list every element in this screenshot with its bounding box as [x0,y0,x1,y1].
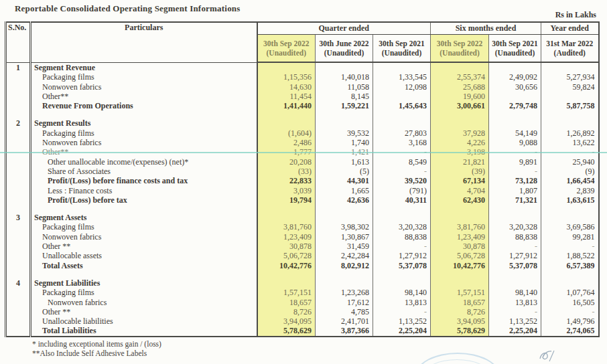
cell-value: 1,57,151 [257,288,316,297]
cell-value [431,118,489,128]
cell-value: 13,813 [373,298,431,307]
cell-value: 5,06,728 [257,251,316,260]
cell-value: 2,25,204 [489,326,541,336]
cell-particulars: Packaging films [31,288,257,297]
company-stamp-inner-ring [423,359,490,364]
cell-value: 21,821 [431,157,489,167]
cell-value: 1,27,912 [373,251,431,260]
cell-value: 2,49,092 [489,72,541,82]
cell-particulars: Revenue From Operations [31,101,257,110]
cell-value: 1,88,522 [541,251,599,260]
cell-value [373,118,431,128]
cell-sno [6,232,31,242]
cell-value: 1,23,268 [316,288,373,297]
cell-value: 1,57,151 [431,288,489,297]
cell-value [316,62,373,72]
cell-particulars: Nonwoven fabrics [31,138,257,147]
cell-value: 3,94,095 [257,316,316,326]
cell-value: 11,058 [316,82,373,92]
cell-value: 37,928 [431,128,489,138]
cell-value [431,270,489,278]
cell-value: 3,039 [257,186,316,195]
cell-value: 40,311 [373,195,431,205]
cell-sno [6,205,31,213]
cell-value: 1,59,221 [316,101,373,110]
cell-value [257,62,316,72]
cell-sno: 3 [6,213,31,222]
table-row: Unallocable liabilities3,94,0952,41,7011… [6,316,599,326]
cell-sno [6,261,31,270]
cell-value: 3,81,760 [257,222,316,232]
cell-value: 1,45,643 [373,101,431,110]
cell-value: 30,878 [257,242,316,251]
group-header-1: Six months ended [431,22,541,35]
cell-particulars: Packaging films [31,128,257,138]
cell-value: - [489,242,541,251]
cell-value: 3,81,760 [431,222,489,232]
cell-value: 6,57,389 [541,261,599,270]
table-row: Revenue From Operations1,41,4401,59,2211… [6,101,599,110]
cell-value: 20,208 [257,157,316,167]
table-row: 1Segment Revenue [6,62,599,72]
cell-value: 18,657 [257,298,316,307]
cell-value: 14,630 [257,82,316,92]
cell-value: 1,23,409 [257,232,316,242]
cell-value: 8,02,912 [316,261,373,270]
cell-sno [6,270,31,278]
cell-value: 13,622 [541,138,599,147]
cell-value: 39,520 [373,176,431,185]
period-header-4: 30th Sep 2021(Unaudited) [489,35,541,63]
cell-value [489,92,541,101]
cell-value: 5,78,629 [257,326,316,336]
period-header-1: 30th June 2022(Unaudited) [316,35,373,63]
cell-value: 4,226 [431,138,489,147]
cell-value: 67,134 [431,176,489,185]
cell-sno [6,157,31,167]
page-title: Reportable Consolidated Operating Segmen… [15,3,241,14]
cell-value [431,213,489,222]
cell-value [541,270,599,278]
cell-value: 17,612 [316,298,373,307]
cell-value: - [541,242,599,251]
cell-value: 4,785 [316,307,373,316]
cell-value: 10,42,776 [257,261,316,270]
cell-value: 3,20,328 [489,222,541,232]
table-row: Profit/(Loss) before tax19,79442,63640,3… [6,195,599,205]
table-row: Less : Finance costs3,0391,665(791)4,704… [6,186,599,195]
cell-sno [6,101,31,110]
cell-value [257,278,316,288]
period-header-3: 30th Sep 2022(Unaudited) [431,35,489,63]
cell-value [316,270,373,278]
cell-particulars: Share of Associates [31,167,257,176]
cell-particulars: Less : Finance costs [31,186,257,195]
table-row: Other**11,4548,14519,600 [6,92,599,101]
cell-value: 8,549 [373,157,431,167]
cell-value: 99,281 [541,232,599,242]
cell-value [431,278,489,288]
cell-particulars: Nonwoven fabrics [31,232,257,242]
cell-value: 39,532 [316,128,373,138]
cell-sno [6,307,31,316]
cell-value: 2,486 [257,138,316,147]
cell-value: 3,94,095 [431,316,489,326]
table-row: Nonwoven fabrics14,63011,05812,09825,688… [6,82,599,92]
cell-value: 3,69,586 [541,222,599,232]
cell-value: 2,74,065 [541,326,599,336]
table-row: Total Assets10,42,7768,02,9125,37,07810,… [6,261,599,270]
cell-particulars: Packaging films [31,222,257,232]
table-row: Share of Associates(33)(5)-(39)-(9) [6,167,599,176]
cell-particulars: Nonwoven fabrics [31,298,257,307]
cell-value: 5,87,758 [541,101,599,110]
cell-sno [6,186,31,195]
cell-value [373,92,431,101]
group-header-0: Quarter ended [257,22,431,35]
cell-value: 5,78,629 [431,326,489,336]
spacer-row [6,110,599,118]
cell-value: 1,40,018 [316,72,373,82]
cell-value: 31,459 [316,242,373,251]
cell-particulars: Segment Assets [31,213,257,222]
cell-value: 3,98,302 [316,222,373,232]
table-row: Nonwoven fabrics18,65717,61213,81318,657… [6,298,599,307]
cell-value: 1,665 [316,186,373,195]
signature-mark-icon [538,348,561,364]
